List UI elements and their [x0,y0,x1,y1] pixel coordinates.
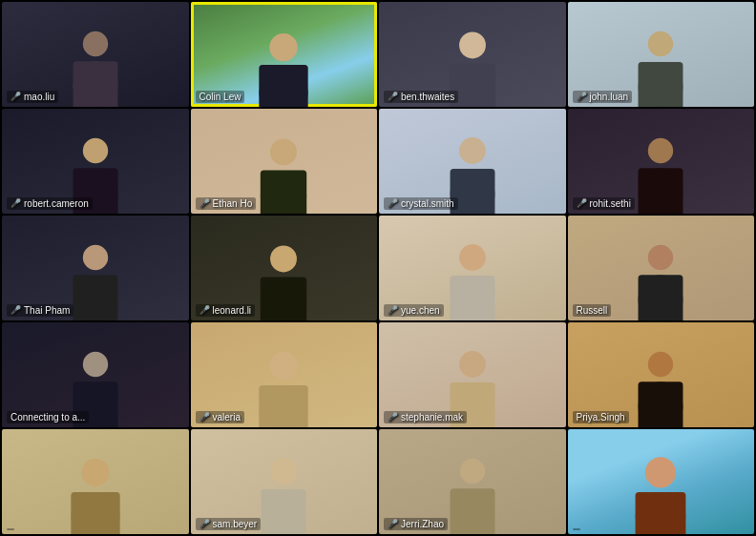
participant-cell[interactable]: 🎤 mao.liu [2,2,189,107]
participant-cell[interactable] [568,429,755,534]
svg-rect-17 [261,171,306,214]
svg-rect-59 [636,492,686,534]
participant-cell[interactable]: 🎤 yue.chen [379,216,566,320]
participant-name: 🎤 Jerri.Zhao [384,518,448,530]
svg-point-57 [645,457,676,487]
mute-icon: 🎤 [10,306,21,315]
participant-name: 🎤 ben.thwaites [384,91,458,103]
participant-cell[interactable]: Connecting to a... [2,322,189,427]
participant-name: Colin Lew [196,91,245,103]
mute-icon: 🎤 [200,306,210,315]
participant-name: Russell [573,304,612,317]
svg-point-9 [648,31,673,56]
svg-point-42 [459,351,486,378]
participant-name [7,528,14,530]
svg-point-45 [648,352,673,377]
mute-icon: 🎤 [388,520,398,528]
svg-rect-2 [73,61,117,107]
svg-rect-53 [262,489,306,534]
participant-name: 🎤 yue.chen [384,304,444,317]
mute-icon: 🎤 [200,199,210,208]
participant-name: 🎤 robert.cameron [7,197,93,210]
participant-cell[interactable]: 🎤 Thai Pham [2,216,189,320]
participant-cell[interactable]: 🎤 crystal.smith [379,109,566,214]
participant-name: 🎤 mao.liu [7,91,58,103]
participant-cell[interactable]: 🎤 rohit.sethi [568,109,755,214]
participant-name: 🎤 valeria [196,411,244,423]
mute-icon: 🎤 [10,199,21,208]
participant-cell[interactable]: Priya.Singh [568,322,755,427]
mute-icon: 🎤 [388,306,398,315]
participant-name: 🎤 john.luan [573,91,633,103]
svg-point-54 [460,459,485,484]
svg-rect-35 [639,275,683,320]
mute-icon: 🎤 [200,413,210,422]
svg-point-30 [459,244,486,271]
participant-name [573,528,580,530]
svg-point-27 [270,246,297,273]
svg-rect-50 [71,492,119,534]
svg-point-18 [459,137,486,164]
video-grid: 🎤 mao.liu Colin Lew 🎤 ben.thwaites [0,0,756,536]
participant-name: 🎤 rohit.sethi [573,197,635,210]
participant-cell[interactable]: 🎤 robert.cameron [2,109,189,214]
participant-cell-colin[interactable]: Colin Lew [191,2,378,107]
participant-cell[interactable]: 🎤 sam.beyer [191,429,378,534]
svg-point-0 [83,31,108,56]
participant-cell[interactable]: 🎤 leonard.li [191,216,378,320]
svg-rect-41 [260,385,308,427]
svg-point-51 [270,458,297,484]
svg-rect-47 [639,381,683,427]
mute-icon: 🎤 [388,93,398,101]
mute-icon: 🎤 [577,199,587,208]
svg-rect-11 [639,62,683,107]
participant-cell[interactable]: Russell [568,216,755,320]
participant-name: 🎤 stephanie.mak [384,411,467,423]
participant-cell[interactable]: 🎤 Jerri.Zhao [379,429,566,534]
svg-rect-29 [261,278,306,320]
svg-point-48 [81,459,109,486]
svg-point-36 [83,352,108,377]
mute-icon: 🎤 [200,520,210,528]
participant-cell[interactable]: 🎤 valeria [191,322,378,427]
svg-rect-26 [73,275,117,320]
svg-rect-5 [260,65,308,107]
svg-point-21 [648,138,673,163]
participant-cell[interactable] [2,429,189,534]
svg-point-12 [83,138,108,163]
participant-name: 🎤 crystal.smith [384,197,458,210]
participant-name: 🎤 leonard.li [196,304,256,317]
mute-icon: 🎤 [10,93,21,101]
svg-rect-56 [450,488,494,534]
svg-point-6 [459,32,486,59]
participant-cell[interactable]: 🎤 john.luan [568,2,755,107]
participant-name: 🎤 sam.beyer [196,518,262,530]
mute-icon: 🎤 [388,413,398,422]
participant-cell[interactable]: 🎤 Ethan Ho [191,109,378,214]
svg-point-3 [270,33,298,61]
svg-point-33 [648,245,673,270]
participant-name: 🎤 Ethan Ho [196,197,257,210]
mute-icon: 🎤 [388,199,398,208]
participant-name: Connecting to a... [7,411,89,423]
svg-rect-23 [639,168,683,214]
participant-name: Priya.Singh [573,411,629,423]
svg-point-24 [83,245,108,270]
participant-cell[interactable]: 🎤 stephanie.mak [379,322,566,427]
participant-cell[interactable]: 🎤 ben.thwaites [379,2,566,107]
participant-name: 🎤 Thai Pham [7,304,74,317]
svg-point-15 [270,139,297,166]
mute-icon: 🎤 [577,93,587,101]
svg-rect-32 [450,276,494,320]
svg-point-39 [270,352,298,380]
